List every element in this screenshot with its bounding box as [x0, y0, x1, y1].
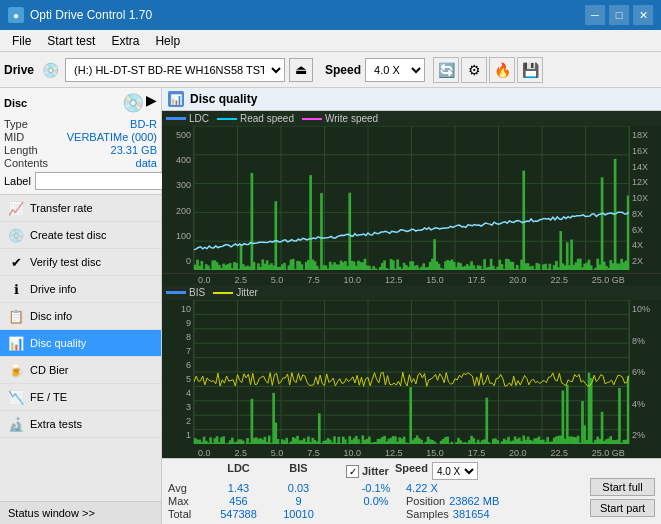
fe-te-icon: 📉 [8, 389, 24, 405]
drive-info-icon: ℹ [8, 281, 24, 297]
window-controls: ─ □ ✕ [585, 5, 653, 25]
speed-label: Speed [325, 63, 361, 77]
nav-label-transfer-rate: Transfer rate [30, 202, 93, 214]
avg-speed: 4.22 X [406, 482, 438, 494]
contents-key: Contents [4, 157, 48, 169]
length-val: 23.31 GB [111, 144, 157, 156]
col-speed: Speed [395, 462, 428, 480]
cd-bier-icon: 🍺 [8, 362, 24, 378]
disc-action-icon: ▶ [146, 92, 157, 114]
disc-quality-header-icon: 📊 [168, 91, 184, 107]
start-part-button[interactable]: Start part [590, 499, 655, 517]
menu-start-test[interactable]: Start test [39, 32, 103, 50]
disc-quality-header: 📊 Disc quality [162, 88, 661, 111]
type-val: BD-R [130, 118, 157, 130]
eject-button[interactable]: ⏏ [289, 58, 313, 82]
legend-write-speed: Write speed [325, 113, 378, 124]
sidebar-item-disc-info[interactable]: 📋 Disc info [0, 303, 161, 330]
save-button[interactable]: 💾 [517, 57, 543, 83]
nav-label-fe-te: FE / TE [30, 391, 67, 403]
toolbar: Drive 💿 (H:) HL-DT-ST BD-RE WH16NS58 TST… [0, 52, 661, 88]
settings-button[interactable]: ⚙ [461, 57, 487, 83]
col-bis: BIS [271, 462, 326, 480]
speed-dropdown[interactable]: 4.0 X [365, 58, 425, 82]
chart1-canvas-area [194, 126, 629, 270]
avg-label: Avg [168, 482, 206, 494]
minimize-button[interactable]: ─ [585, 5, 605, 25]
status-window-button[interactable]: Status window >> [0, 501, 161, 524]
mid-val: VERBATIMe (000) [67, 131, 157, 143]
nav-label-disc-info: Disc info [30, 310, 72, 322]
main-content: 📊 Disc quality LDC Read speed [162, 88, 661, 524]
app-icon: ● [8, 7, 24, 23]
chart1-canvas [194, 126, 629, 270]
sidebar-item-extra-tests[interactable]: 🔬 Extra tests [0, 411, 161, 438]
nav-label-verify-test-disc: Verify test disc [30, 256, 101, 268]
chart2-bis: BIS Jitter 10 9 8 7 6 5 4 [162, 285, 661, 447]
mid-key: MID [4, 131, 24, 143]
close-button[interactable]: ✕ [633, 5, 653, 25]
main-layout: Disc 💿 ▶ Type BD-R MID VERBATIMe (000) L… [0, 88, 661, 524]
pos-val: 23862 MB [449, 495, 499, 507]
status-window-label: Status window >> [8, 507, 95, 519]
legend-jitter: Jitter [236, 287, 258, 298]
disc-info-icon: 📋 [8, 308, 24, 324]
sidebar-item-verify-test-disc[interactable]: ✔ Verify test disc [0, 249, 161, 276]
chart1-yaxis-left: 500 400 300 200 100 0 [162, 126, 194, 270]
menu-help[interactable]: Help [147, 32, 188, 50]
max-jitter: 0.0% [346, 495, 406, 507]
jitter-checkbox[interactable]: ✓ [346, 465, 359, 478]
chart2-canvas-area [194, 300, 629, 444]
chart1-ldc: LDC Read speed Write speed 500 400 [162, 111, 661, 274]
legend-read-speed: Read speed [240, 113, 294, 124]
sidebar: Disc 💿 ▶ Type BD-R MID VERBATIMe (000) L… [0, 88, 162, 524]
title-bar: ● Opti Drive Control 1.70 ─ □ ✕ [0, 0, 661, 30]
disc-panel: Disc 💿 ▶ Type BD-R MID VERBATIMe (000) L… [0, 88, 161, 195]
label-key: Label [4, 175, 31, 187]
toolbar-icons: 🔄 ⚙ 🔥 💾 [433, 57, 543, 83]
drive-dropdown[interactable]: (H:) HL-DT-ST BD-RE WH16NS58 TST4 [65, 58, 285, 82]
avg-ldc: 1.43 [206, 482, 271, 494]
disc-quality-title: Disc quality [190, 92, 257, 106]
max-label: Max [168, 495, 206, 507]
nav-label-disc-quality: Disc quality [30, 337, 86, 349]
sidebar-item-drive-info[interactable]: ℹ Drive info [0, 276, 161, 303]
extra-tests-icon: 🔬 [8, 416, 24, 432]
legend-bis: BIS [189, 287, 205, 298]
start-full-button[interactable]: Start full [590, 478, 655, 496]
burn-button[interactable]: 🔥 [489, 57, 515, 83]
legend-ldc: LDC [189, 113, 209, 124]
chart2-yaxis-right: 10% 8% 6% 4% 2% [629, 300, 661, 444]
chart1-yaxis-right: 18X 16X 14X 12X 10X 8X 6X 4X 2X [629, 126, 661, 270]
avg-jitter: -0.1% [346, 482, 406, 494]
drive-selector: 💿 (H:) HL-DT-ST BD-RE WH16NS58 TST4 ⏏ [42, 58, 313, 82]
sidebar-item-transfer-rate[interactable]: 📈 Transfer rate [0, 195, 161, 222]
nav-label-extra-tests: Extra tests [30, 418, 82, 430]
disc-quality-icon: 📊 [8, 335, 24, 351]
type-key: Type [4, 118, 28, 130]
sidebar-item-disc-quality[interactable]: 📊 Disc quality [0, 330, 161, 357]
nav-label-create-test-disc: Create test disc [30, 229, 106, 241]
col-ldc: LDC [206, 462, 271, 480]
sidebar-item-create-test-disc[interactable]: 💿 Create test disc [0, 222, 161, 249]
contents-val: data [136, 157, 157, 169]
total-label: Total [168, 508, 206, 520]
refresh-button[interactable]: 🔄 [433, 57, 459, 83]
app-title: Opti Drive Control 1.70 [30, 8, 152, 22]
total-ldc: 547388 [206, 508, 271, 520]
maximize-button[interactable]: □ [609, 5, 629, 25]
menu-extra[interactable]: Extra [103, 32, 147, 50]
total-bis: 10010 [271, 508, 326, 520]
sidebar-item-fe-te[interactable]: 📉 FE / TE [0, 384, 161, 411]
nav-items: 📈 Transfer rate 💿 Create test disc ✔ Ver… [0, 195, 161, 501]
col-jitter: Jitter [362, 465, 389, 477]
menu-file[interactable]: File [4, 32, 39, 50]
nav-label-drive-info: Drive info [30, 283, 76, 295]
label-input[interactable] [35, 172, 179, 190]
samples-label: Samples [406, 508, 449, 520]
samples-val: 381654 [453, 508, 490, 520]
speed-select[interactable]: 4.0 X [432, 462, 478, 480]
sidebar-item-cd-bier[interactable]: 🍺 CD Bier [0, 357, 161, 384]
charts-area: LDC Read speed Write speed 500 400 [162, 111, 661, 458]
stats-panel: LDC BIS ✓ Jitter Speed 4.0 X Avg [162, 458, 661, 524]
